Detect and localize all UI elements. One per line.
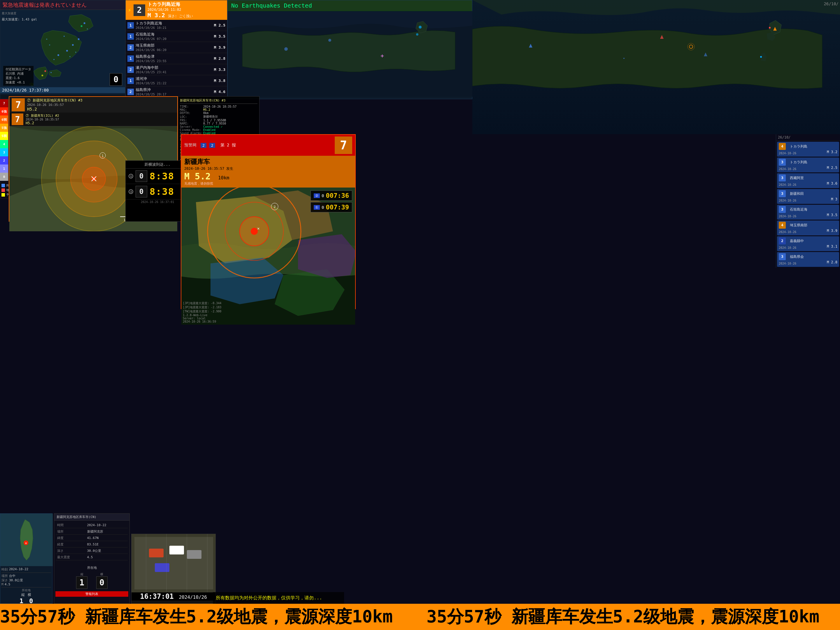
intensity-scale: 7 6強 6弱 5強 5弱 4 3 2 1 0 [0,99,9,181]
eq-item-info: 瀬戸内海中部 2024/10/25 23:41 [136,65,212,74]
no-eq-header: No Earthquakes Detected [228,0,472,11]
taiwan-panel: ✕ 時刻2024-10-22 場所台中 深さ30.0公里 M4.5 所在地 縦 … [0,513,52,604]
right-badge: 3 [779,174,786,181]
china-bottom-info: [JP]地震最大震度: -0.344 [JP]地震最大震度: -2.183 [T… [183,301,221,323]
jp-max1: [JP]地震最大震度: -0.344 [183,301,221,306]
sensor-location: 石川県 内浦 [6,71,31,76]
info-row-nami: NAMI:0.77 / 7.9550 [180,122,257,125]
server-local: Server: local [183,317,221,320]
ticker-bar: 35分57秒 新疆库车发生5.2级地震，震源深度10km 35分57秒 新疆库车… [0,604,840,630]
china-warning-panel: 预警网 2 2 第 2 报 7 新疆库车 2024-10-26 16:35:57… [181,134,356,309]
svg-point-8 [41,75,43,76]
binfo-alert-list[interactable]: 警報列表 [55,591,128,597]
right-mag: M 2.5 [827,166,837,170]
china-warn-place: 新疆库车 [184,157,352,166]
svg-point-21 [328,39,331,42]
right-list-item: 3 新疆和田 2024-10-26 M 3 [777,189,839,204]
camera-time: 16:37:01 [140,592,174,600]
info-row-server: Server:Connected ✓ [180,125,257,128]
eq-item-time: 2024/10/26 10:21 [136,26,212,30]
int-3: 3 [0,148,8,156]
eq-list-header: ⚡ 2 トカラ列島近海 2024/10/26 11:02 M 3.2 深さ: ご… [126,0,227,20]
binfo-row-place: 場所新疆阿克苏 [56,529,128,535]
china-timer1: ② 0 007:36 [311,190,352,201]
svg-text:2: 2 [274,205,276,209]
eq-header-place: トカラ列島近海 [148,2,225,8]
eq-list-item: 2 埼玉県南部 2024/10/26 06:20 M 3.9 [126,42,227,53]
eq-header-magnitude: M 3.2 [148,12,165,19]
binfo-yoko: 横 0 [96,572,107,589]
svg-point-15 [75,52,76,53]
max-accel-label: 最大加速度 [2,11,16,16]
right-time: 2024-10-26 [779,246,796,249]
xinjiang-mag1: H5.2 [27,107,175,111]
right-place: 新疆和田 [790,192,804,196]
right-badge: 2 [779,237,786,244]
eq-header-depth: 深さ: ごく浅い [168,14,193,18]
taiwan-depth: 30.0公里 [9,578,23,583]
eq-list-item: 1 トカラ列島近海 2024/10/26 10:21 M 2.5 [126,20,227,31]
china-warn-header: 预警网 2 2 第 2 报 7 [182,135,355,156]
countdown-time1: 8:38 [150,171,174,182]
japan-map-panel: 緊急地震速報は発表されていません [0,0,125,99]
china-footer-time: 2024-10-26 16:36:59 [183,320,221,323]
global-map-date: 26/10/ [824,2,838,6]
eq-item-info: トカラ列島近海 2024/10/26 10:21 [136,21,212,30]
china-map-area: ✕ 2 ② 0 007:36 ① 0 007:39 [JP]地震最大震度: -0… [182,188,355,324]
xinjiang-date2: 2024-10-26 16:35:57 [26,118,59,121]
china-warn-info: 新疆库车 2024-10-26 16:35:57 发生 M 5.2 10km 无… [184,157,352,186]
warning-net-label: 预警网 [184,142,196,148]
binfo-row-time: 時間2024-10-22 [56,522,128,528]
svg-point-3 [57,54,59,56]
bottom-info-panel: 新疆阿克苏地区库车市(CN) 時間2024-10-22 場所新疆阿克苏 緯度41… [54,513,130,604]
info-overlay-title: 新疆阿克苏地区库车市(CN) #3 [180,98,257,104]
taiwan-map: ✕ [0,514,52,566]
int-6l: 6弱 [0,116,8,123]
bottom-info-header: 新疆阿克苏地区库车市(CN) [54,514,129,521]
xinjiang-title1: ⑦ 新疆阿克苏地区库车市(CN) #3 [27,98,175,103]
right-list-item: 4 埼玉県南部 2024-10-26 M 3.9 [777,220,839,235]
timer1-badge: ② [314,193,320,198]
right-list-item: 2 嘉義縣中 2024-10-26 M 3.1 [777,236,839,251]
countdown-zero1: 0 [136,170,147,182]
japan-map-bg: 付近観測点データ 石川県 内浦 震度:1.6 加速度 <0.1 0 最大加速度 … [0,10,125,95]
countdown-circle2: ② [129,189,133,194]
svg-text:+: + [381,52,384,59]
eq-list-item: 1 浦河沖 2024/10/25 21:22 M 3.8 [126,75,227,86]
info-row-loc: LOC:新疆维吾尔 [180,115,257,119]
sensor-info: 付近観測点データ 石川県 内浦 震度:1.6 加速度 <0.1 [3,66,33,86]
right-place: 福島県会 [790,255,804,259]
xinjiang-sub-header: 7 ⑦ 新疆库车(ICL) #2 2024-10-26 16:35:57 H5.… [9,112,177,126]
sensor-intensity: 震度:1.6 [6,76,31,80]
info-row-time: TIME:2024-10-26 18:35:57 [180,105,257,108]
svg-point-4 [78,38,80,40]
camera-view [131,534,215,592]
tw-max: [TW]地震最大震度: -2.900 [183,309,221,313]
xinjiang-header: 7 ⑦ 新疆阿克苏地区库车市(CN) #3 2024-10-26 16:35:5… [9,97,177,112]
eq-item-mag: M 2.8 [214,56,226,61]
jp-max2: [JP]地震最大震度: -2.183 [183,306,221,309]
int-7: 7 [0,99,8,107]
svg-point-50 [251,228,258,235]
eq-item-time: 2024/10/25 21:22 [136,81,212,85]
eq-item-badge: 2 [128,66,134,73]
countdown-row2: ② 0 8:38 [126,184,189,199]
eq-item-badge: 1 [128,55,134,62]
int-0: 0 [0,173,8,181]
eq-list-item: 1 福島県会津 2024/10/25 23:55 M 2.8 [126,53,227,64]
right-time: 2024-10-26 [779,262,796,265]
web-live: 1.2.8-Web-Live [183,313,221,317]
timer2-val: 0 [322,205,324,210]
eq-list-item: 1 石垣島近海 2024/10/26 07:20 M 3.5 [126,31,227,42]
eq-item-info: 福島県沖 2024/10/25 20:17 [136,87,212,96]
eq-item-place: 石垣島近海 [136,32,212,37]
lightning-icon: ⚡ [128,7,131,13]
countdown-title: 距横波到达... [126,161,189,169]
binfo-tate: 縦 1 [76,572,87,589]
right-place: 嘉義縣中 [790,239,804,243]
right-mag: M 3.1 [827,244,837,249]
svg-point-7 [44,70,46,72]
eq-item-mag: M 2.5 [214,23,226,27]
svg-rect-60 [169,546,184,554]
int-4: 4 [0,140,8,148]
